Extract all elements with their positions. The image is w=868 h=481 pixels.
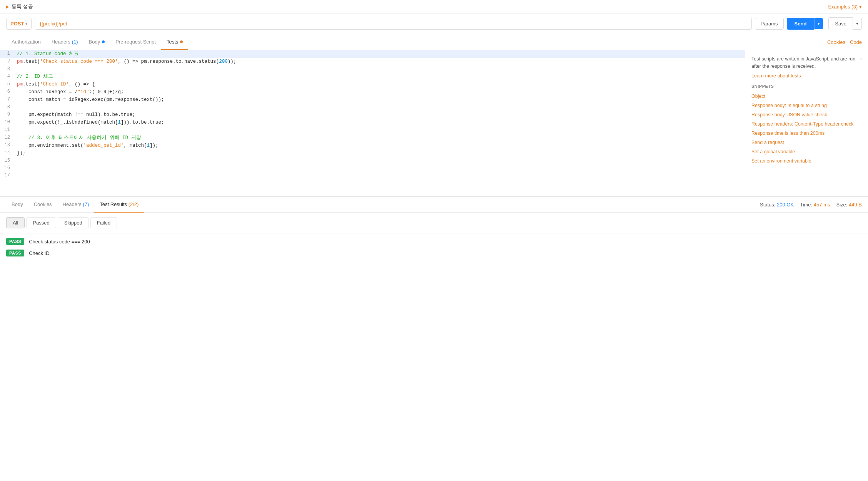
line-content-1[interactable]: // 1. Status code 체크 [14, 50, 745, 58]
examples-button[interactable]: Examples (3) ▾ [828, 4, 862, 10]
line-number-16: 16 [0, 164, 14, 172]
line-content-2[interactable]: pm.test('Check status code === 200', () … [14, 58, 745, 65]
line-number-10: 10 [0, 119, 14, 126]
line-number-1: 1 [0, 50, 14, 58]
line-content-4[interactable]: // 2. ID 체크 [14, 73, 745, 80]
line-content-8[interactable] [14, 104, 745, 111]
line-number-3: 3 [0, 65, 14, 73]
snippets-description: Test scripts are written in JavaScript, … [751, 55, 862, 70]
tab-tests[interactable]: Tests [161, 34, 188, 50]
line-content-5[interactable]: pm.test('Check ID', () => { [14, 80, 745, 88]
line-content-14[interactable]: }); [14, 149, 745, 157]
line-content-12[interactable]: // 3. 이후 테스트에서 사용하기 위해 ID 저장 [14, 134, 745, 142]
test-name-1: Check ID [29, 250, 49, 256]
tab-body[interactable]: Body [83, 34, 110, 50]
code-line-13: 13 pm.environment.set('added_pet_id', ma… [0, 142, 745, 149]
send-dropdown-button[interactable]: ▾ [814, 18, 823, 29]
request-tabs: Authorization Headers (1) Body Pre-reque… [0, 34, 868, 50]
code-line-14: 14 }); [0, 149, 745, 157]
resp-tab-body[interactable]: Body [6, 197, 28, 213]
snippet-item-6[interactable]: Set a global variable [751, 147, 862, 156]
send-button[interactable]: Send [787, 18, 815, 30]
line-number-7: 7 [0, 96, 14, 104]
line-content-7[interactable]: const match = idRegex.exec(pm.response.t… [14, 96, 745, 104]
params-button[interactable]: Params [755, 18, 784, 30]
snippets-expand-icon[interactable]: › [860, 55, 862, 62]
code-editor[interactable]: 1 // 1. Status code 체크 2 pm.test('Check … [0, 50, 745, 196]
line-content-13[interactable]: pm.environment.set('added_pet_id', match… [14, 142, 745, 149]
code-line-11: 11 [0, 126, 745, 134]
code-line-6: 6 const idRegex = /"id":([0-9]+)/g; [0, 88, 745, 96]
code-line-2: 2 pm.test('Check status code === 200', (… [0, 58, 745, 65]
tab-headers[interactable]: Headers (1) [46, 34, 83, 50]
tab-prerequest-label: Pre-request Script [115, 39, 156, 45]
snippet-item-4[interactable]: Response time is less than 200ms [751, 129, 862, 138]
url-input[interactable] [35, 18, 751, 30]
snippets-label: SNIPPETS [751, 84, 862, 89]
arrow-icon: ▶ [6, 5, 9, 9]
snippet-item-3[interactable]: Response headers: Content-Type header ch… [751, 119, 862, 129]
code-line-8: 8 [0, 104, 745, 111]
cookies-link[interactable]: Cookies [827, 35, 845, 50]
line-content-16[interactable] [14, 164, 745, 172]
filter-passed[interactable]: Passed [26, 217, 56, 228]
size-label: Size: 449 B [836, 202, 862, 208]
chevron-down-icon: ▾ [859, 4, 862, 10]
resp-tab-headers[interactable]: Headers (7) [57, 197, 95, 213]
send-group: Send ▾ [787, 18, 823, 30]
snippet-item-2[interactable]: Response body: JSON value check [751, 110, 862, 119]
line-number-11: 11 [0, 126, 14, 134]
tab-tests-label: Tests [167, 39, 178, 45]
method-dropdown[interactable]: POST ▾ [6, 18, 32, 30]
resp-tab-cookies[interactable]: Cookies [28, 197, 57, 213]
tab-links: Cookies Code [827, 35, 862, 50]
save-group: Save ▾ [828, 17, 862, 30]
line-number-14: 14 [0, 149, 14, 157]
line-number-8: 8 [0, 104, 14, 111]
line-content-11[interactable] [14, 126, 745, 134]
filter-skipped[interactable]: Skipped [58, 217, 89, 228]
method-label: POST [10, 21, 24, 27]
code-link[interactable]: Code [850, 35, 862, 50]
status-label: Status: 200 OK [760, 202, 794, 208]
line-content-6[interactable]: const idRegex = /"id":([0-9]+)/g; [14, 88, 745, 96]
line-number-9: 9 [0, 111, 14, 119]
line-number-13: 13 [0, 142, 14, 149]
response-header: Body Cookies Headers (7) Test Results (2… [0, 197, 868, 213]
snippet-item-5[interactable]: Send a request [751, 138, 862, 147]
filter-failed[interactable]: Failed [90, 217, 117, 228]
line-content-15[interactable] [14, 157, 745, 164]
tab-prerequest[interactable]: Pre-request Script [110, 34, 161, 50]
filter-all[interactable]: All [6, 217, 25, 228]
resp-tab-test-results[interactable]: Test Results (2/2) [94, 197, 144, 213]
save-label: Save [835, 21, 846, 27]
line-number-2: 2 [0, 58, 14, 65]
code-line-9: 9 pm.expect(match !== null).to.be.true; [0, 111, 745, 119]
method-chevron-icon: ▾ [25, 22, 27, 26]
snippet-item-7[interactable]: Set an environment variable [751, 156, 862, 166]
line-content-3[interactable] [14, 65, 745, 73]
code-line-7: 7 const match = idRegex.exec(pm.response… [0, 96, 745, 104]
snippets-panel: › Test scripts are written in JavaScript… [745, 50, 868, 196]
line-content-10[interactable]: pm.expect(!_.isUndefined(match[1])).to.b… [14, 119, 745, 126]
snippet-item-0[interactable]: Object [751, 92, 862, 101]
snippet-item-1[interactable]: Response body: Is equal to a string [751, 101, 862, 110]
tab-body-label: Body [89, 39, 100, 45]
collection-title: 등록 성공 [12, 3, 33, 10]
time-label: Time: 457 ms [800, 202, 830, 208]
body-dot-icon [102, 40, 105, 43]
code-line-3: 3 [0, 65, 745, 73]
learn-more-link[interactable]: Learn more about tests [751, 73, 801, 79]
tab-headers-label: Headers (1) [52, 39, 78, 45]
params-label: Params [761, 21, 778, 27]
tab-authorization[interactable]: Authorization [6, 34, 46, 50]
line-content-17[interactable] [14, 172, 745, 179]
line-content-9[interactable]: pm.expect(match !== null).to.be.true; [14, 111, 745, 119]
line-number-5: 5 [0, 80, 14, 88]
size-value: 449 B [849, 202, 862, 208]
code-line-15: 15 [0, 157, 745, 164]
code-line-5: 5 pm.test('Check ID', () => { [0, 80, 745, 88]
save-button[interactable]: Save [828, 17, 853, 30]
save-dropdown-button[interactable]: ▾ [853, 18, 862, 30]
test-item-1: PASS Check ID [6, 250, 862, 256]
